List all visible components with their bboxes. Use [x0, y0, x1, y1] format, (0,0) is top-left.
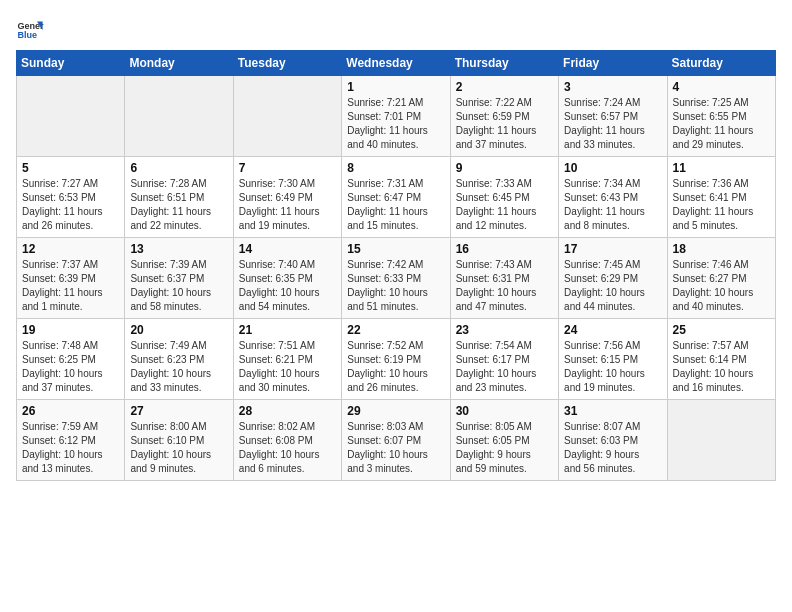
day-number: 27 — [130, 404, 227, 418]
weekday-header-monday: Monday — [125, 51, 233, 76]
calendar-cell: 23Sunrise: 7:54 AM Sunset: 6:17 PM Dayli… — [450, 319, 558, 400]
calendar-cell: 17Sunrise: 7:45 AM Sunset: 6:29 PM Dayli… — [559, 238, 667, 319]
day-number: 1 — [347, 80, 444, 94]
day-number: 12 — [22, 242, 119, 256]
day-info: Sunrise: 7:25 AM Sunset: 6:55 PM Dayligh… — [673, 96, 770, 152]
day-number: 4 — [673, 80, 770, 94]
day-info: Sunrise: 7:52 AM Sunset: 6:19 PM Dayligh… — [347, 339, 444, 395]
calendar-cell: 28Sunrise: 8:02 AM Sunset: 6:08 PM Dayli… — [233, 400, 341, 481]
weekday-header-saturday: Saturday — [667, 51, 775, 76]
svg-text:Blue: Blue — [17, 30, 37, 40]
day-number: 5 — [22, 161, 119, 175]
calendar-cell: 10Sunrise: 7:34 AM Sunset: 6:43 PM Dayli… — [559, 157, 667, 238]
day-number: 7 — [239, 161, 336, 175]
week-row-1: 1Sunrise: 7:21 AM Sunset: 7:01 PM Daylig… — [17, 76, 776, 157]
week-row-5: 26Sunrise: 7:59 AM Sunset: 6:12 PM Dayli… — [17, 400, 776, 481]
calendar-cell: 27Sunrise: 8:00 AM Sunset: 6:10 PM Dayli… — [125, 400, 233, 481]
day-number: 2 — [456, 80, 553, 94]
calendar-cell — [17, 76, 125, 157]
day-number: 18 — [673, 242, 770, 256]
day-info: Sunrise: 7:27 AM Sunset: 6:53 PM Dayligh… — [22, 177, 119, 233]
logo-icon: General Blue — [16, 16, 44, 44]
calendar-cell: 25Sunrise: 7:57 AM Sunset: 6:14 PM Dayli… — [667, 319, 775, 400]
day-number: 23 — [456, 323, 553, 337]
day-info: Sunrise: 7:54 AM Sunset: 6:17 PM Dayligh… — [456, 339, 553, 395]
day-info: Sunrise: 7:57 AM Sunset: 6:14 PM Dayligh… — [673, 339, 770, 395]
day-number: 22 — [347, 323, 444, 337]
day-info: Sunrise: 7:56 AM Sunset: 6:15 PM Dayligh… — [564, 339, 661, 395]
day-info: Sunrise: 7:28 AM Sunset: 6:51 PM Dayligh… — [130, 177, 227, 233]
day-info: Sunrise: 7:21 AM Sunset: 7:01 PM Dayligh… — [347, 96, 444, 152]
calendar-cell: 16Sunrise: 7:43 AM Sunset: 6:31 PM Dayli… — [450, 238, 558, 319]
day-number: 24 — [564, 323, 661, 337]
calendar-cell: 26Sunrise: 7:59 AM Sunset: 6:12 PM Dayli… — [17, 400, 125, 481]
day-info: Sunrise: 7:40 AM Sunset: 6:35 PM Dayligh… — [239, 258, 336, 314]
calendar-cell: 7Sunrise: 7:30 AM Sunset: 6:49 PM Daylig… — [233, 157, 341, 238]
weekday-header-sunday: Sunday — [17, 51, 125, 76]
day-info: Sunrise: 7:24 AM Sunset: 6:57 PM Dayligh… — [564, 96, 661, 152]
calendar-body: 1Sunrise: 7:21 AM Sunset: 7:01 PM Daylig… — [17, 76, 776, 481]
week-row-2: 5Sunrise: 7:27 AM Sunset: 6:53 PM Daylig… — [17, 157, 776, 238]
day-number: 20 — [130, 323, 227, 337]
calendar-cell: 4Sunrise: 7:25 AM Sunset: 6:55 PM Daylig… — [667, 76, 775, 157]
week-row-3: 12Sunrise: 7:37 AM Sunset: 6:39 PM Dayli… — [17, 238, 776, 319]
week-row-4: 19Sunrise: 7:48 AM Sunset: 6:25 PM Dayli… — [17, 319, 776, 400]
calendar-cell: 30Sunrise: 8:05 AM Sunset: 6:05 PM Dayli… — [450, 400, 558, 481]
calendar-cell: 12Sunrise: 7:37 AM Sunset: 6:39 PM Dayli… — [17, 238, 125, 319]
day-number: 26 — [22, 404, 119, 418]
day-number: 3 — [564, 80, 661, 94]
day-number: 16 — [456, 242, 553, 256]
day-number: 19 — [22, 323, 119, 337]
day-number: 25 — [673, 323, 770, 337]
day-number: 8 — [347, 161, 444, 175]
day-info: Sunrise: 8:02 AM Sunset: 6:08 PM Dayligh… — [239, 420, 336, 476]
calendar-cell: 5Sunrise: 7:27 AM Sunset: 6:53 PM Daylig… — [17, 157, 125, 238]
day-info: Sunrise: 8:07 AM Sunset: 6:03 PM Dayligh… — [564, 420, 661, 476]
day-info: Sunrise: 8:05 AM Sunset: 6:05 PM Dayligh… — [456, 420, 553, 476]
header: General Blue — [16, 16, 776, 44]
calendar-cell: 8Sunrise: 7:31 AM Sunset: 6:47 PM Daylig… — [342, 157, 450, 238]
calendar-cell: 29Sunrise: 8:03 AM Sunset: 6:07 PM Dayli… — [342, 400, 450, 481]
calendar-cell: 19Sunrise: 7:48 AM Sunset: 6:25 PM Dayli… — [17, 319, 125, 400]
day-info: Sunrise: 7:33 AM Sunset: 6:45 PM Dayligh… — [456, 177, 553, 233]
day-number: 11 — [673, 161, 770, 175]
day-info: Sunrise: 7:34 AM Sunset: 6:43 PM Dayligh… — [564, 177, 661, 233]
calendar-header: SundayMondayTuesdayWednesdayThursdayFrid… — [17, 51, 776, 76]
day-number: 9 — [456, 161, 553, 175]
day-info: Sunrise: 7:36 AM Sunset: 6:41 PM Dayligh… — [673, 177, 770, 233]
day-number: 15 — [347, 242, 444, 256]
day-info: Sunrise: 7:39 AM Sunset: 6:37 PM Dayligh… — [130, 258, 227, 314]
weekday-header-thursday: Thursday — [450, 51, 558, 76]
day-info: Sunrise: 7:51 AM Sunset: 6:21 PM Dayligh… — [239, 339, 336, 395]
calendar-cell: 15Sunrise: 7:42 AM Sunset: 6:33 PM Dayli… — [342, 238, 450, 319]
weekday-header-wednesday: Wednesday — [342, 51, 450, 76]
day-info: Sunrise: 7:59 AM Sunset: 6:12 PM Dayligh… — [22, 420, 119, 476]
day-info: Sunrise: 7:49 AM Sunset: 6:23 PM Dayligh… — [130, 339, 227, 395]
day-info: Sunrise: 7:42 AM Sunset: 6:33 PM Dayligh… — [347, 258, 444, 314]
logo: General Blue — [16, 16, 44, 44]
calendar-cell: 6Sunrise: 7:28 AM Sunset: 6:51 PM Daylig… — [125, 157, 233, 238]
calendar-cell: 22Sunrise: 7:52 AM Sunset: 6:19 PM Dayli… — [342, 319, 450, 400]
day-number: 14 — [239, 242, 336, 256]
calendar-cell — [233, 76, 341, 157]
calendar-cell: 24Sunrise: 7:56 AM Sunset: 6:15 PM Dayli… — [559, 319, 667, 400]
day-info: Sunrise: 8:00 AM Sunset: 6:10 PM Dayligh… — [130, 420, 227, 476]
calendar-cell: 2Sunrise: 7:22 AM Sunset: 6:59 PM Daylig… — [450, 76, 558, 157]
calendar-cell: 20Sunrise: 7:49 AM Sunset: 6:23 PM Dayli… — [125, 319, 233, 400]
calendar-cell: 21Sunrise: 7:51 AM Sunset: 6:21 PM Dayli… — [233, 319, 341, 400]
day-number: 31 — [564, 404, 661, 418]
day-info: Sunrise: 7:22 AM Sunset: 6:59 PM Dayligh… — [456, 96, 553, 152]
calendar-cell: 14Sunrise: 7:40 AM Sunset: 6:35 PM Dayli… — [233, 238, 341, 319]
day-number: 30 — [456, 404, 553, 418]
calendar-cell — [667, 400, 775, 481]
day-info: Sunrise: 8:03 AM Sunset: 6:07 PM Dayligh… — [347, 420, 444, 476]
calendar-cell: 11Sunrise: 7:36 AM Sunset: 6:41 PM Dayli… — [667, 157, 775, 238]
weekday-header-row: SundayMondayTuesdayWednesdayThursdayFrid… — [17, 51, 776, 76]
day-number: 10 — [564, 161, 661, 175]
calendar-cell: 18Sunrise: 7:46 AM Sunset: 6:27 PM Dayli… — [667, 238, 775, 319]
calendar-cell: 13Sunrise: 7:39 AM Sunset: 6:37 PM Dayli… — [125, 238, 233, 319]
calendar-cell — [125, 76, 233, 157]
calendar-table: SundayMondayTuesdayWednesdayThursdayFrid… — [16, 50, 776, 481]
weekday-header-tuesday: Tuesday — [233, 51, 341, 76]
calendar-cell: 31Sunrise: 8:07 AM Sunset: 6:03 PM Dayli… — [559, 400, 667, 481]
